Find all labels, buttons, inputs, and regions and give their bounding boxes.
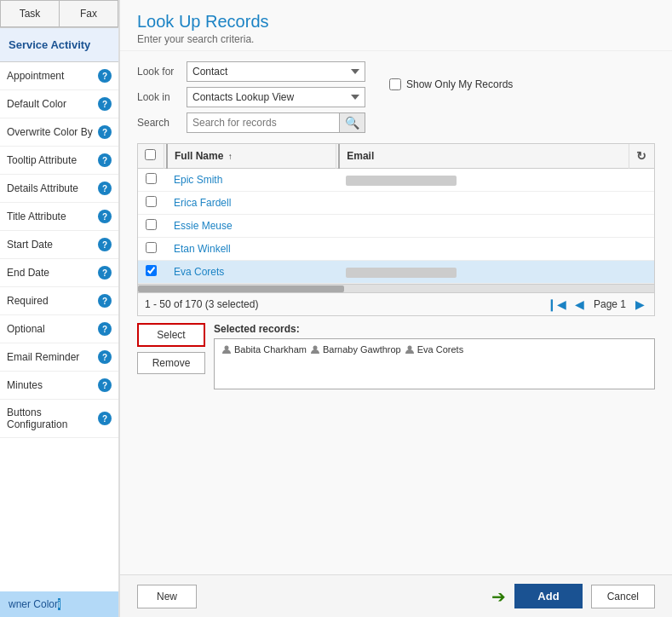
show-my-records-label[interactable]: Show Only My Records — [406, 78, 513, 90]
email-blurred — [346, 268, 457, 278]
contact-icon — [310, 344, 320, 355]
sidebar-items-list: Appointment ? Default Color ? Overwrite … — [0, 62, 118, 591]
help-icon[interactable]: ? — [98, 97, 112, 111]
sidebar-tabs: Task Fax — [0, 0, 118, 28]
dialog-body: Look for Contact Look in Contacts Lookup… — [120, 51, 672, 574]
select-button[interactable]: Select — [137, 323, 205, 347]
row-checkbox[interactable] — [146, 196, 157, 207]
sidebar-item-required[interactable]: Required ? — [0, 287, 118, 315]
help-icon[interactable]: ? — [98, 69, 112, 83]
sidebar-item-appointment[interactable]: Appointment ? — [0, 62, 118, 90]
row-checkbox[interactable] — [146, 219, 157, 230]
table-scroll-area[interactable]: Full Name ↑ Email ↻ — [138, 144, 654, 284]
look-for-select[interactable]: Contact — [187, 61, 365, 82]
search-input-wrap: 🔍 — [187, 112, 365, 133]
records-table: Full Name ↑ Email ↻ — [138, 144, 654, 284]
prev-page-button[interactable]: ◀ — [572, 297, 587, 311]
help-icon[interactable]: ? — [98, 322, 112, 336]
search-input[interactable] — [187, 113, 339, 132]
sidebar-item-end-date[interactable]: End Date ? — [0, 259, 118, 287]
help-icon[interactable]: ? — [98, 153, 112, 167]
help-icon[interactable]: ? — [98, 412, 112, 425]
selected-records-box: Selected records: Babita Charkham Barnab… — [214, 323, 655, 389]
help-icon[interactable]: ? — [98, 182, 112, 195]
record-name-link[interactable]: Etan Winkell — [174, 243, 231, 255]
sidebar-item-label: Appointment — [7, 70, 95, 82]
sidebar-item-details[interactable]: Details Attribute ? — [0, 175, 118, 203]
show-my-records-section: Show Only My Records — [389, 78, 513, 90]
tab-fax[interactable]: Fax — [59, 0, 118, 27]
help-icon[interactable]: ? — [98, 238, 112, 251]
help-icon[interactable]: ? — [98, 378, 112, 392]
help-icon[interactable]: ? — [98, 294, 112, 308]
sidebar-item-title[interactable]: Title Attribute ? — [0, 203, 118, 231]
table-row: Etan Winkell — [138, 238, 654, 261]
dialog-subtitle: Enter your search criteria. — [137, 33, 655, 45]
search-label: Search — [137, 117, 180, 129]
add-button[interactable]: Add — [514, 584, 582, 608]
pagination-bar: 1 - 50 of 170 (3 selected) ❙◀ ◀ Page 1 ▶ — [138, 292, 654, 315]
record-name-link[interactable]: Essie Meuse — [174, 220, 233, 232]
row-checkbox[interactable] — [146, 173, 157, 184]
sidebar-item-label: Overwrite Color By — [7, 126, 95, 138]
search-button[interactable]: 🔍 — [339, 113, 365, 132]
sidebar-service-activity: Service Activity — [0, 28, 118, 62]
row-checkbox[interactable] — [146, 242, 157, 253]
row-checkbox[interactable] — [146, 265, 157, 276]
sidebar-item-optional[interactable]: Optional ? — [0, 315, 118, 343]
selected-tag: Barnaby Gawthrop — [310, 344, 401, 355]
remove-button[interactable]: Remove — [137, 352, 205, 374]
help-icon[interactable]: ? — [98, 266, 112, 280]
new-button[interactable]: New — [137, 585, 197, 608]
svg-point-0 — [225, 346, 229, 350]
show-my-records-checkbox[interactable] — [389, 78, 401, 90]
sidebar-item-overwrite-color[interactable]: Overwrite Color By ? — [0, 118, 118, 147]
selected-tag: Babita Charkham — [221, 344, 307, 355]
sidebar-item-buttons-config[interactable]: Buttons Configuration ? — [0, 400, 118, 438]
refresh-icon[interactable]: ↻ — [636, 149, 646, 163]
sidebar-item-label: Minutes — [7, 379, 95, 391]
search-row: Search 🔍 — [137, 112, 655, 133]
scrollbar-thumb — [138, 285, 344, 292]
first-page-button[interactable]: ❙◀ — [544, 297, 569, 311]
sidebar-item-label: Default Color — [7, 98, 95, 110]
record-name-link[interactable]: Epic Smith — [174, 174, 222, 186]
sidebar-item-minutes[interactable]: Minutes ? — [0, 372, 118, 400]
sidebar-item-label: Start Date — [7, 239, 95, 251]
record-name-link[interactable]: Erica Fardell — [174, 197, 231, 209]
look-in-select[interactable]: Contacts Lookup View — [187, 87, 365, 107]
sidebar: Task Fax Service Activity Appointment ? … — [0, 0, 119, 617]
help-icon[interactable]: ? — [98, 350, 112, 364]
main-content: Look Up Records Enter your search criter… — [119, 0, 672, 617]
sidebar-item-label: Required — [7, 295, 95, 307]
owner-color-help-icon[interactable]: i — [58, 598, 60, 610]
table-row: Essie Meuse — [138, 215, 654, 238]
sidebar-item-start-date[interactable]: Start Date ? — [0, 231, 118, 259]
col-fullname-header[interactable]: Full Name ↑ — [167, 144, 336, 169]
horizontal-scrollbar[interactable] — [138, 284, 654, 292]
help-icon[interactable]: ? — [98, 210, 112, 223]
contact-icon — [405, 344, 415, 355]
next-page-button[interactable]: ▶ — [633, 297, 647, 311]
svg-point-2 — [407, 346, 411, 350]
sidebar-item-email-reminder[interactable]: Email Reminder ? — [0, 343, 118, 372]
records-table-container: Full Name ↑ Email ↻ — [137, 143, 655, 316]
selected-tag: Eva Corets — [405, 344, 463, 355]
col-email-header[interactable]: Email — [339, 144, 629, 169]
tab-task[interactable]: Task — [0, 0, 59, 27]
cancel-button[interactable]: Cancel — [591, 585, 655, 608]
table-row: Erica Fardell — [138, 192, 654, 215]
sidebar-item-label: Title Attribute — [7, 210, 95, 222]
help-icon[interactable]: ? — [98, 125, 112, 139]
sidebar-item-tooltip[interactable]: Tooltip Attribute ? — [0, 147, 118, 175]
search-criteria: Look for Contact Look in Contacts Lookup… — [137, 61, 655, 133]
dialog-header: Look Up Records Enter your search criter… — [120, 0, 672, 51]
dialog-footer: New ➔ Add Cancel — [120, 574, 672, 617]
sidebar-item-default-color[interactable]: Default Color ? — [0, 90, 118, 118]
select-all-checkbox[interactable] — [145, 149, 156, 160]
selected-records-area: Babita Charkham Barnaby Gawthrop Eva Cor… — [214, 338, 655, 389]
sidebar-item-label: Details Attribute — [7, 182, 95, 194]
record-name-link[interactable]: Eva Corets — [174, 266, 224, 278]
selected-records-label: Selected records: — [214, 323, 655, 335]
contact-icon — [221, 344, 232, 355]
